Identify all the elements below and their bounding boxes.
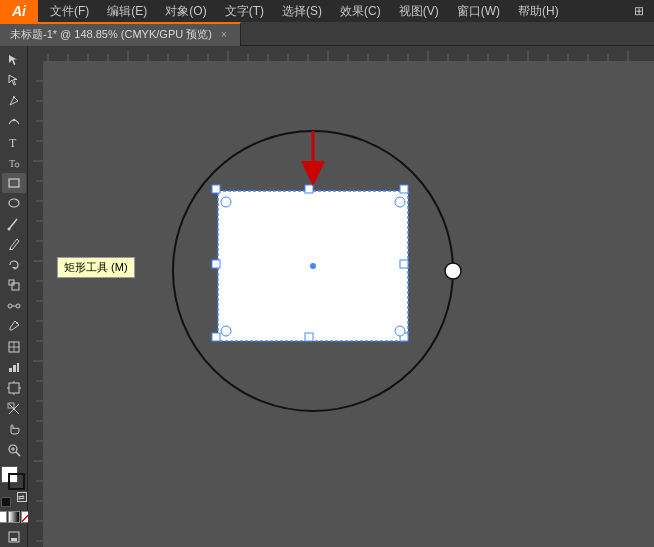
mesh-tool-button[interactable] xyxy=(2,337,26,357)
main-area: T T xyxy=(0,46,654,547)
touch-type-tool-button[interactable]: T xyxy=(2,153,26,173)
corner-radius-handle-bl[interactable] xyxy=(221,326,231,336)
corner-radius-handle-tl[interactable] xyxy=(221,197,231,207)
curvature-tool-button[interactable] xyxy=(2,112,26,132)
svg-point-4 xyxy=(15,163,19,167)
rectangle-tool-button[interactable] xyxy=(2,173,26,193)
workspace-switcher-icon[interactable]: ⊞ xyxy=(624,0,654,22)
tool-tooltip: 矩形工具 (M) xyxy=(57,257,135,278)
svg-rect-20 xyxy=(9,383,19,393)
vertical-ruler xyxy=(28,61,43,547)
menu-effect[interactable]: 效果(C) xyxy=(332,1,389,22)
scale-tool-button[interactable] xyxy=(2,276,26,296)
column-graph-tool-button[interactable] xyxy=(2,358,26,378)
color-mode-solid[interactable] xyxy=(0,511,7,523)
svg-rect-5 xyxy=(9,179,19,187)
blend-tool-button[interactable] xyxy=(2,296,26,316)
svg-point-13 xyxy=(16,322,18,324)
tab-title: 未标题-1* @ 148.85% (CMYK/GPU 预览) xyxy=(10,27,212,42)
pen-tool-button[interactable] xyxy=(2,91,26,111)
swap-color-icon[interactable]: ⇄ xyxy=(17,492,27,502)
handle-top-right[interactable] xyxy=(400,185,408,193)
slice-tool-button[interactable] xyxy=(2,399,26,419)
menu-window[interactable]: 窗口(W) xyxy=(449,1,508,22)
screen-mode-button[interactable] xyxy=(2,528,26,547)
menu-object[interactable]: 对象(O) xyxy=(157,1,214,22)
svg-rect-17 xyxy=(9,368,12,372)
canvas-content: 矩形工具 (M) xyxy=(43,61,654,547)
menu-file[interactable]: 文件(F) xyxy=(42,1,97,22)
select-tool-button[interactable] xyxy=(2,50,26,70)
red-arrow-indicator xyxy=(301,131,325,186)
corner-radius-handle-tr[interactable] xyxy=(395,197,405,207)
svg-point-0 xyxy=(13,96,15,98)
menu-view[interactable]: 视图(V) xyxy=(391,1,447,22)
pencil-tool-button[interactable] xyxy=(2,235,26,255)
svg-rect-63 xyxy=(28,61,43,547)
left-toolbar: T T xyxy=(0,46,28,547)
svg-point-10 xyxy=(8,304,12,308)
horizontal-ruler xyxy=(28,46,654,61)
menu-edit[interactable]: 编辑(E) xyxy=(99,1,155,22)
type-tool-button[interactable]: T xyxy=(2,132,26,152)
svg-point-1 xyxy=(12,119,14,121)
handle-mid-right[interactable] xyxy=(400,260,408,268)
rotate-tool-button[interactable] xyxy=(2,255,26,275)
app-logo: Ai xyxy=(0,0,38,22)
menu-help[interactable]: 帮助(H) xyxy=(510,1,567,22)
corner-radius-handle-br[interactable] xyxy=(395,326,405,336)
svg-line-27 xyxy=(16,452,20,456)
menu-bar: Ai 文件(F) 编辑(E) 对象(O) 文字(T) 选择(S) 效果(C) 视… xyxy=(0,0,654,22)
tab-close-button[interactable]: × xyxy=(218,29,230,41)
handle-mid-left[interactable] xyxy=(212,260,220,268)
svg-text:T: T xyxy=(9,136,17,149)
stroke-swatch[interactable] xyxy=(8,473,25,490)
menu-text[interactable]: 文字(T) xyxy=(217,1,272,22)
paintbrush-tool-button[interactable] xyxy=(2,214,26,234)
center-point xyxy=(310,263,316,269)
direct-select-tool-button[interactable] xyxy=(2,71,26,91)
svg-marker-89 xyxy=(301,161,325,186)
svg-rect-9 xyxy=(12,283,19,290)
handle-top-left[interactable] xyxy=(212,185,220,193)
svg-rect-18 xyxy=(13,365,16,372)
zoom-tool-button[interactable] xyxy=(2,440,26,460)
color-mode-gradient[interactable] xyxy=(8,511,20,523)
tab-bar: 未标题-1* @ 148.85% (CMYK/GPU 预览) × xyxy=(0,22,654,46)
swap-reset-area: ⇄ xyxy=(1,492,27,506)
handle-bottom-left[interactable] xyxy=(212,333,220,341)
default-colors-icon[interactable] xyxy=(1,497,11,507)
menu-items: 文件(F) 编辑(E) 对象(O) 文字(T) 选择(S) 效果(C) 视图(V… xyxy=(38,1,567,22)
ellipse-tool-button[interactable] xyxy=(2,194,26,214)
transform-handle[interactable] xyxy=(445,263,461,279)
color-swatch-area xyxy=(1,466,27,489)
handle-top-center[interactable] xyxy=(305,185,313,193)
svg-point-6 xyxy=(9,199,19,207)
artboard-tool-button[interactable] xyxy=(2,378,26,398)
svg-point-11 xyxy=(16,304,20,308)
document-tab[interactable]: 未标题-1* @ 148.85% (CMYK/GPU 预览) × xyxy=(0,22,241,46)
svg-rect-31 xyxy=(11,538,17,541)
svg-text:T: T xyxy=(9,158,15,169)
drawing-canvas xyxy=(43,61,654,547)
canvas-area: 矩形工具 (M) xyxy=(28,46,654,547)
svg-point-7 xyxy=(7,227,10,230)
menu-select[interactable]: 选择(S) xyxy=(274,1,330,22)
svg-rect-32 xyxy=(28,46,654,61)
hand-tool-button[interactable] xyxy=(2,419,26,439)
handle-bottom-center[interactable] xyxy=(305,333,313,341)
eyedropper-tool-button[interactable] xyxy=(2,317,26,337)
svg-rect-19 xyxy=(17,363,19,372)
